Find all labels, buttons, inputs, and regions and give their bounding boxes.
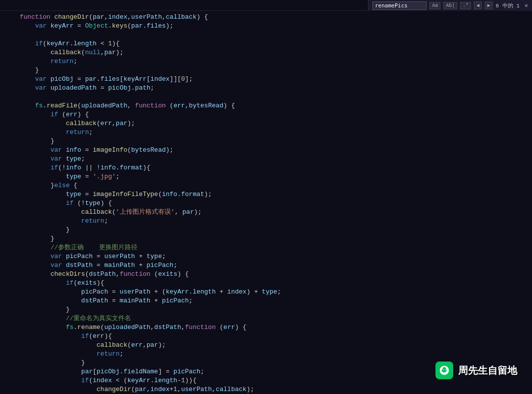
code-line: //重命名为真实文件名 bbox=[0, 314, 532, 323]
code-line: var picObj = par.files[keyArr[index]][0]… bbox=[0, 75, 532, 84]
code-line: } bbox=[0, 66, 532, 75]
code-content: var picPach = userPath + type; bbox=[20, 252, 532, 261]
code-content: picPach = userPath + (keyArr.length + in… bbox=[20, 288, 532, 296]
code-content: } bbox=[20, 137, 532, 146]
code-content: return; bbox=[20, 350, 532, 359]
code-line: if(!info || !info.format){ bbox=[0, 164, 532, 172]
code-content: var type; bbox=[20, 155, 532, 164]
code-content: var dstPath = mainPath + picPach; bbox=[20, 261, 532, 270]
code-content: fs.rename(uploadedPath,dstPath,function … bbox=[20, 323, 532, 332]
code-line: type = imageInfoFileType(info.format); bbox=[0, 190, 532, 199]
code-content: if (err) { bbox=[20, 110, 532, 119]
code-content: return; bbox=[20, 128, 532, 137]
code-line: var info = imageInfo(bytesRead); bbox=[0, 146, 532, 155]
code-line: return; bbox=[0, 57, 532, 66]
watermark-text: 周先生自留地 bbox=[458, 364, 517, 377]
code-line: picPach = userPath + (keyArr.length + in… bbox=[0, 288, 532, 296]
code-line: return; bbox=[0, 350, 532, 359]
keyword-function: function bbox=[20, 13, 50, 21]
code-line: } bbox=[0, 226, 532, 234]
code-line: var uploadedPath = picObj.path; bbox=[0, 84, 532, 93]
regex-btn[interactable]: .* bbox=[460, 2, 471, 9]
code-line: if (err) { bbox=[0, 110, 532, 119]
code-content: var info = imageInfo(bytesRead); bbox=[20, 146, 532, 155]
code-area: function changeDir(par,index,userPath,ca… bbox=[0, 11, 532, 394]
prev-match-btn[interactable]: ◀ bbox=[474, 1, 482, 9]
code-content: }else { bbox=[20, 181, 532, 190]
code-content: dstPath = mainPath + picPach; bbox=[20, 296, 532, 305]
code-content: } bbox=[20, 305, 532, 314]
code-line: var type; bbox=[0, 155, 532, 164]
code-line: //参数正确 更换图片路径 bbox=[0, 243, 532, 252]
code-line: return; bbox=[0, 128, 532, 137]
code-line: } bbox=[0, 137, 532, 146]
code-content: type = '.jpg'; bbox=[20, 172, 532, 181]
code-content: //参数正确 更换图片路径 bbox=[20, 243, 532, 252]
code-content: callback('上传图片格式有误', par); bbox=[20, 208, 532, 217]
code-content: var uploadedPath = picObj.path; bbox=[20, 84, 532, 93]
code-line: var dstPath = mainPath + picPach; bbox=[0, 261, 532, 270]
code-line: callback(null,par); bbox=[0, 48, 532, 57]
search-box: Aa Ab| .* ◀ ▶ 6 中的 1 ✕ bbox=[368, 0, 532, 11]
code-content: type = imageInfoFileType(info.format); bbox=[20, 190, 532, 199]
code-line: checkDirs(dstPath,function (exits) { bbox=[0, 270, 532, 279]
code-line: return; bbox=[0, 217, 532, 226]
code-content: checkDirs(dstPath,function (exits) { bbox=[20, 270, 532, 279]
code-editor: Aa Ab| .* ◀ ▶ 6 中的 1 ✕ function changeDi… bbox=[0, 0, 532, 394]
code-line: var keyArr = Object.keys(par.files); bbox=[0, 22, 532, 31]
code-content: } bbox=[20, 226, 532, 234]
code-content: return; bbox=[20, 217, 532, 226]
code-content: } bbox=[20, 234, 532, 243]
close-search-btn[interactable]: ✕ bbox=[525, 2, 528, 9]
code-line: } bbox=[0, 234, 532, 243]
watermark: 周先生自留地 bbox=[435, 361, 517, 379]
code-line: }else { bbox=[0, 181, 532, 190]
code-content: var keyArr = Object.keys(par.files); bbox=[20, 22, 532, 31]
code-line: type = '.jpg'; bbox=[0, 172, 532, 181]
code-content: fs.readFile(uploadedPath, function (err,… bbox=[20, 101, 532, 110]
code-line: dstPath = mainPath + picPach; bbox=[0, 296, 532, 305]
code-line bbox=[0, 93, 532, 101]
code-content: if(!info || !info.format){ bbox=[20, 164, 532, 172]
code-line: function changeDir(par,index,userPath,ca… bbox=[0, 13, 532, 22]
search-input[interactable] bbox=[372, 1, 427, 10]
code-content: if(keyArr.length < 1){ bbox=[20, 39, 532, 48]
code-line: } bbox=[0, 305, 532, 314]
code-line: var picPach = userPath + type; bbox=[0, 252, 532, 261]
code-line: callback('上传图片格式有误', par); bbox=[0, 208, 532, 217]
code-content bbox=[20, 93, 532, 101]
case-sensitive-btn[interactable]: Aa bbox=[430, 2, 440, 9]
code-line: callback(err,par); bbox=[0, 119, 532, 128]
code-line: if(keyArr.length < 1){ bbox=[0, 39, 532, 48]
code-content: var picObj = par.files[keyArr[index]][0]… bbox=[20, 75, 532, 84]
code-line bbox=[0, 31, 532, 39]
code-content: return; bbox=[20, 57, 532, 66]
code-line: fs.readFile(uploadedPath, function (err,… bbox=[0, 101, 532, 110]
code-line: if (!type) { bbox=[0, 199, 532, 208]
code-line: changeDir(par,index+1,userPath,callback)… bbox=[0, 385, 532, 394]
code-content: callback(err,par); bbox=[20, 119, 532, 128]
code-content: function changeDir(par,index,userPath,ca… bbox=[20, 13, 532, 22]
code-content: //重命名为真实文件名 bbox=[20, 314, 532, 323]
code-line: if(exits){ bbox=[0, 279, 532, 288]
code-line: if(err){ bbox=[0, 332, 532, 341]
code-content: callback(null,par); bbox=[20, 48, 532, 57]
code-line: callback(err,par); bbox=[0, 341, 532, 350]
fn-name: changeDir bbox=[54, 13, 89, 21]
code-line: fs.rename(uploadedPath,dstPath,function … bbox=[0, 323, 532, 332]
code-content: callback(err,par); bbox=[20, 341, 532, 350]
top-bar: Aa Ab| .* ◀ ▶ 6 中的 1 ✕ bbox=[0, 0, 532, 11]
wechat-icon bbox=[435, 361, 453, 379]
code-content: if(err){ bbox=[20, 332, 532, 341]
code-content: if(exits){ bbox=[20, 279, 532, 288]
search-count: 6 中的 1 bbox=[496, 2, 519, 9]
code-content: if (!type) { bbox=[20, 199, 532, 208]
next-match-btn[interactable]: ▶ bbox=[485, 1, 493, 9]
code-content bbox=[20, 31, 532, 39]
code-content: changeDir(par,index+1,userPath,callback)… bbox=[20, 385, 532, 394]
code-content: } bbox=[20, 66, 532, 75]
whole-word-btn[interactable]: Ab| bbox=[443, 2, 457, 9]
